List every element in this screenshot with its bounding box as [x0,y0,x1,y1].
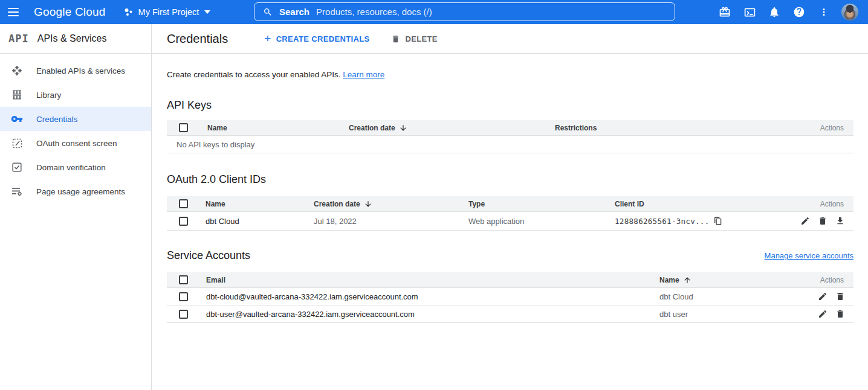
api-keys-heading: API Keys [167,99,853,112]
sidebar-header: API APIs & Services [0,24,151,54]
sidebar-item-credentials[interactable]: Credentials [0,107,151,131]
search-placeholder: Products, resources, docs (/) [316,7,432,17]
sidebar-title: APIs & Services [37,33,107,44]
api-product-icon: API [8,33,29,45]
column-header-name[interactable]: Name [207,124,349,132]
download-icon[interactable] [835,216,845,226]
gift-icon[interactable] [717,5,732,19]
select-all-checkbox[interactable] [179,275,188,284]
column-header-creation-date[interactable]: Creation date [314,200,468,208]
page-title: Credentials [167,32,228,46]
create-credentials-button[interactable]: + CREATE CREDENTIALS [264,34,369,44]
page-usage-icon [10,184,24,199]
key-icon [10,112,24,126]
api-keys-table: Name Creation date Restrictions Actions … [167,120,853,153]
row-checkbox[interactable] [179,310,188,319]
table-row: dbt-user@vaulted-arcana-332422.iam.gserv… [167,305,853,323]
service-account-email[interactable]: dbt-user@vaulted-arcana-332422.iam.gserv… [206,310,659,319]
sidebar-item-label: Library [36,91,61,100]
project-name: My First Project [138,7,199,17]
plus-icon: + [264,33,271,44]
edit-icon[interactable] [818,309,828,319]
sidebar-item-label: OAuth consent screen [36,139,117,148]
delete-button[interactable]: DELETE [391,34,437,43]
delete-icon[interactable] [835,309,845,319]
main-content: Credentials + CREATE CREDENTIALS DELETE … [152,24,868,390]
column-header-actions: Actions [786,200,853,208]
search-input[interactable]: Search Products, resources, docs (/) [254,2,675,21]
help-icon[interactable] [792,5,806,19]
enabled-apis-icon [10,63,24,78]
learn-more-link[interactable]: Learn more [343,70,384,79]
google-cloud-logo[interactable]: Google Cloud [34,5,106,19]
sidebar-item-library[interactable]: Library [0,83,151,107]
sidebar-item-label: Page usage agreements [36,187,125,196]
column-header-actions: Actions [805,276,853,284]
service-accounts-table: Email Name Actions dbt-cloud@vaulted-arc… [167,272,853,323]
service-accounts-heading: Service Accounts [167,249,250,262]
service-account-name: dbt Cloud [659,292,805,301]
table-row: dbt-cloud@vaulted-arcana-332422.iam.gser… [167,288,853,305]
column-header-actions: Actions [805,124,853,132]
project-selector[interactable]: My First Project [119,0,216,24]
sidebar-nav: Enabled APIs & services Library Credenti… [0,54,151,203]
oauth-client-creation-date: Jul 18, 2022 [314,217,468,226]
delete-icon[interactable] [835,292,845,301]
domain-verification-icon [10,160,24,174]
oauth-clients-table: Name Creation date Type Client ID Action… [167,196,853,231]
chevron-down-icon [204,10,210,14]
sidebar-item-oauth-consent[interactable]: OAuth consent screen [0,131,151,155]
edit-icon[interactable] [800,216,810,226]
column-header-restrictions[interactable]: Restrictions [555,124,805,132]
copy-icon[interactable] [714,217,722,225]
more-vertical-icon[interactable] [817,5,831,19]
service-account-email[interactable]: dbt-cloud@vaulted-arcana-332422.iam.gser… [206,292,659,301]
column-header-type[interactable]: Type [468,200,615,208]
trash-icon [391,34,400,43]
sidebar-item-domain-verification[interactable]: Domain verification [0,155,151,179]
service-account-name: dbt user [659,310,805,319]
avatar[interactable] [841,4,858,21]
menu-icon[interactable] [0,0,27,24]
select-all-checkbox[interactable] [179,123,188,132]
column-header-client-id[interactable]: Client ID [615,200,786,208]
project-icon [124,8,133,17]
topbar-actions [717,0,868,24]
top-app-bar: Google Cloud My First Project Search Pro… [0,0,868,24]
library-icon [10,88,24,102]
consent-screen-icon [10,136,24,150]
sidebar-item-label: Domain verification [36,163,106,172]
sidebar-item-label: Enabled APIs & services [36,66,125,75]
search-label: Search [279,7,309,17]
column-header-creation-date[interactable]: Creation date [349,124,555,132]
column-header-name[interactable]: Name [659,276,805,284]
row-checkbox[interactable] [179,292,188,301]
edit-icon[interactable] [818,292,828,301]
api-keys-table-header: Name Creation date Restrictions Actions [167,120,853,136]
sort-desc-icon [364,200,372,208]
notifications-icon[interactable] [767,5,782,19]
sidebar: API APIs & Services Enabled APIs & servi… [0,24,152,390]
oauth-client-type: Web application [468,217,615,226]
row-checkbox[interactable] [179,217,188,226]
oauth-client-name[interactable]: dbt Cloud [206,217,314,226]
manage-service-accounts-link[interactable]: Manage service accounts [765,251,853,260]
oauth-clients-heading: OAuth 2.0 Client IDs [167,173,853,186]
sort-desc-icon [399,124,407,132]
sidebar-item-label: Credentials [36,115,77,124]
sidebar-item-enabled-apis[interactable]: Enabled APIs & services [0,59,151,83]
column-header-name[interactable]: Name [206,200,314,208]
sort-asc-icon [683,276,691,284]
api-keys-empty-message: No API keys to display [167,136,853,153]
google-cloud-console: Google Cloud My First Project Search Pro… [0,0,868,390]
service-accounts-table-header: Email Name Actions [167,272,853,288]
oauth-client-id: 128886265561-3ncv... [615,217,710,226]
page-toolbar: Credentials + CREATE CREDENTIALS DELETE [152,24,868,54]
select-all-checkbox[interactable] [179,199,188,208]
column-header-email[interactable]: Email [206,276,659,284]
delete-icon[interactable] [818,216,828,226]
oauth-table-header: Name Creation date Type Client ID Action… [167,196,853,212]
cloud-shell-icon[interactable] [742,5,757,19]
table-row: dbt Cloud Jul 18, 2022 Web application 1… [167,212,853,231]
sidebar-item-page-usage[interactable]: Page usage agreements [0,179,151,203]
